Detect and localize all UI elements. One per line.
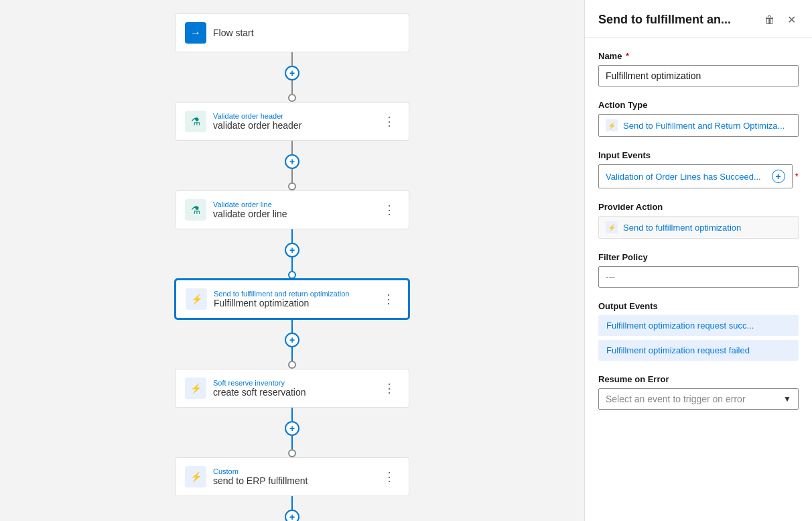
connector-circle-5 bbox=[288, 449, 296, 457]
connector-line-4 bbox=[291, 319, 293, 333]
connector-plus-4[interactable]: + bbox=[285, 333, 299, 347]
action-type-text: Send to Fulfillment and Return Optimiza.… bbox=[623, 121, 791, 131]
action-type-icon: ⚡ bbox=[606, 119, 618, 131]
input-events-field[interactable]: Validation of Order Lines has Succeed...… bbox=[598, 164, 793, 188]
validate-header-icon: ⚗ bbox=[185, 111, 206, 132]
name-label: Name * bbox=[598, 51, 799, 61]
connector-plus-1[interactable]: + bbox=[285, 66, 299, 80]
input-events-field-group: Input Events Validation of Order Lines h… bbox=[598, 150, 799, 188]
connector-line-3 bbox=[291, 229, 293, 243]
delete-icon[interactable]: 🗑 bbox=[762, 11, 778, 29]
provider-action-text: Send to fulfillment optimization bbox=[623, 223, 741, 233]
node-custom-erp-title: send to ERP fulfillment bbox=[213, 475, 379, 486]
soft-reserve-icon: ⚡ bbox=[185, 378, 206, 399]
action-type-field-group: Action Type ⚡ Send to Fulfillment and Re… bbox=[598, 100, 799, 137]
output-events-label: Output Events bbox=[598, 301, 799, 311]
connector-2: + bbox=[285, 141, 299, 190]
input-events-text: Validation of Order Lines has Succeed... bbox=[606, 172, 772, 182]
filter-policy-input[interactable] bbox=[598, 266, 799, 288]
connector-line-5 bbox=[291, 408, 293, 421]
panel-body: Name * Action Type ⚡ Send to Fulfillment… bbox=[585, 38, 812, 521]
node-flow-start-title: Flow start bbox=[213, 27, 399, 38]
node-custom-erp[interactable]: ⚡ Custom send to ERP fulfillment ⋮ bbox=[175, 457, 409, 496]
connector-plus-6[interactable]: + bbox=[285, 510, 299, 521]
connector-3: + bbox=[285, 229, 299, 279]
custom-erp-icon: ⚡ bbox=[185, 466, 206, 487]
connector-line-3b bbox=[291, 257, 293, 271]
node-flow-start[interactable]: → Flow start bbox=[175, 13, 409, 52]
resume-on-error-field-group: Resume on Error Select an event to trigg… bbox=[598, 374, 799, 410]
connector-plus-2[interactable]: + bbox=[285, 154, 299, 169]
connector-line-5b bbox=[291, 436, 293, 449]
input-events-add-button[interactable]: + bbox=[772, 170, 785, 183]
connector-line-2 bbox=[291, 141, 293, 154]
node-validate-header-title: validate order header bbox=[213, 120, 379, 131]
filter-policy-label: Filter Policy bbox=[598, 252, 799, 262]
action-type-label: Action Type bbox=[598, 100, 799, 110]
output-event-item-1[interactable]: Fulfillment optimization request failed bbox=[598, 340, 799, 361]
provider-action-field: ⚡ Send to fulfillment optimization bbox=[598, 216, 799, 239]
node-validate-header[interactable]: ⚗ Validate order header validate order h… bbox=[175, 102, 409, 141]
resume-on-error-select[interactable]: Select an event to trigger on error ▼ bbox=[598, 388, 799, 410]
connector-4: + bbox=[285, 319, 299, 369]
connector-line-1b bbox=[291, 80, 293, 94]
name-field-group: Name * bbox=[598, 51, 799, 86]
fulfillment-icon: ⚡ bbox=[186, 288, 207, 310]
flow-wrapper: → Flow start + ⚗ Validate order header v… bbox=[158, 13, 426, 521]
connector-5: + bbox=[285, 408, 299, 457]
node-soft-reserve[interactable]: ⚡ Soft reserve inventory create soft res… bbox=[175, 369, 409, 408]
node-validate-line-subtitle: Validate order line bbox=[213, 200, 379, 209]
connector-circle-1 bbox=[288, 94, 296, 102]
panel-title: Send to fulfillment an... bbox=[598, 13, 755, 27]
resume-on-error-label: Resume on Error bbox=[598, 374, 799, 384]
resume-on-error-placeholder: Select an event to trigger on error bbox=[606, 394, 746, 404]
close-icon[interactable]: ✕ bbox=[785, 11, 799, 29]
node-validate-header-subtitle: Validate order header bbox=[213, 112, 379, 120]
connector-line-6 bbox=[291, 496, 293, 510]
output-event-item-0[interactable]: Fulfillment optimization request succ... bbox=[598, 315, 799, 336]
provider-action-field-group: Provider Action ⚡ Send to fulfillment op… bbox=[598, 202, 799, 239]
action-type-field[interactable]: ⚡ Send to Fulfillment and Return Optimiz… bbox=[598, 114, 799, 137]
node-fulfillment-subtitle: Send to fulfillment and return optimizat… bbox=[214, 290, 379, 298]
node-fulfillment-optimization[interactable]: ⚡ Send to fulfillment and return optimiz… bbox=[175, 279, 409, 319]
connector-plus-5[interactable]: + bbox=[285, 421, 299, 436]
input-events-required: * bbox=[795, 171, 799, 182]
connector-line-2b bbox=[291, 169, 293, 182]
connector-6: + bbox=[285, 496, 299, 521]
node-validate-header-menu[interactable]: ⋮ bbox=[379, 113, 399, 130]
name-input[interactable] bbox=[598, 65, 799, 86]
panel-header: Send to fulfillment an... 🗑 ✕ bbox=[585, 0, 812, 38]
validate-line-icon: ⚗ bbox=[185, 199, 206, 221]
node-fulfillment-title: Fulfillment optimization bbox=[214, 298, 379, 308]
connector-line-1 bbox=[291, 52, 293, 66]
output-events-field-group: Output Events Fulfillment optimization r… bbox=[598, 301, 799, 361]
node-soft-reserve-title: create soft reservation bbox=[213, 387, 379, 398]
properties-panel: Send to fulfillment an... 🗑 ✕ Name * Act… bbox=[584, 0, 812, 521]
connector-circle-2 bbox=[288, 182, 296, 190]
node-validate-line[interactable]: ⚗ Validate order line validate order lin… bbox=[175, 190, 409, 229]
filter-policy-field-group: Filter Policy bbox=[598, 252, 799, 288]
node-validate-line-menu[interactable]: ⋮ bbox=[379, 201, 399, 219]
flow-canvas: → Flow start + ⚗ Validate order header v… bbox=[0, 0, 584, 521]
provider-action-label: Provider Action bbox=[598, 202, 799, 212]
connector-circle-3 bbox=[288, 271, 296, 279]
node-custom-erp-subtitle: Custom bbox=[213, 467, 379, 475]
connector-circle-4 bbox=[288, 361, 296, 369]
node-soft-reserve-menu[interactable]: ⋮ bbox=[379, 380, 399, 397]
connector-1: + bbox=[285, 52, 299, 102]
node-validate-line-title: validate order line bbox=[213, 209, 379, 219]
node-custom-erp-menu[interactable]: ⋮ bbox=[379, 468, 399, 485]
node-soft-reserve-subtitle: Soft reserve inventory bbox=[213, 379, 379, 387]
flow-start-icon: → bbox=[185, 22, 206, 44]
node-fulfillment-menu[interactable]: ⋮ bbox=[379, 290, 399, 308]
connector-line-4b bbox=[291, 347, 293, 361]
provider-action-icon: ⚡ bbox=[606, 221, 618, 233]
resume-on-error-arrow: ▼ bbox=[783, 394, 791, 404]
connector-plus-3[interactable]: + bbox=[285, 243, 299, 257]
input-events-label: Input Events bbox=[598, 150, 799, 160]
